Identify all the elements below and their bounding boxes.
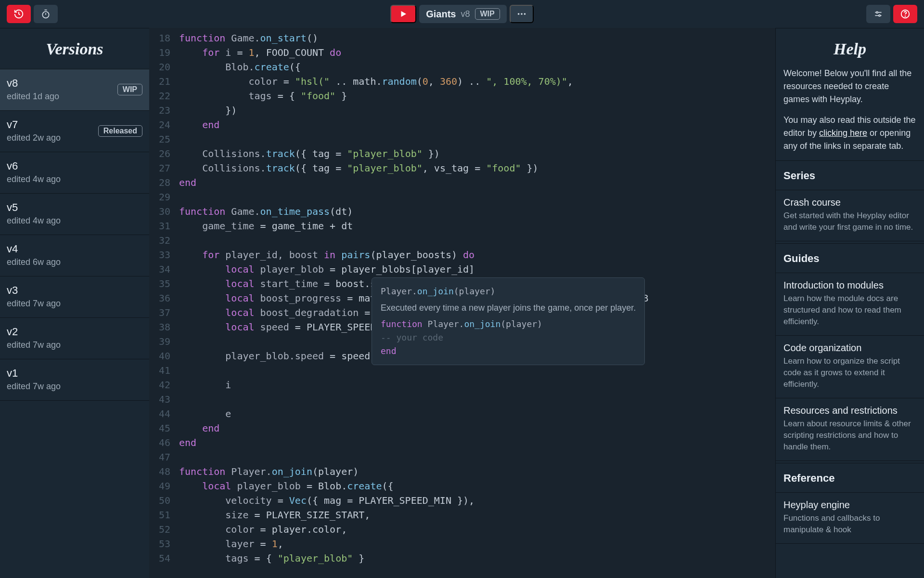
events-button[interactable] [34,5,58,23]
line-number: 34 [149,262,179,276]
code-line[interactable]: 19 for i = 1, FOOD_COUNT do [149,45,775,60]
version-meta: edited 7w ago [7,299,61,309]
svg-point-10 [879,15,880,16]
version-meta: edited 2w ago [7,133,61,143]
help-link[interactable]: Introduction to modulesLearn how the mod… [776,273,924,336]
line-number: 48 [149,464,179,479]
code-text: tags = { "player_blob" } [179,551,364,565]
code-line[interactable]: 22 tags = { "food" } [149,89,775,103]
code-line[interactable]: 26 Collisions.track({ tag = "player_blob… [149,146,775,161]
line-number: 44 [149,407,179,421]
svg-marker-3 [401,11,407,17]
code-text: velocity = Vec({ mag = PLAYER_SPEED_MIN … [179,493,475,508]
help-link[interactable]: Crash courseGet started with the Heyplay… [776,190,924,241]
code-line[interactable]: 30function Game.on_time_pass(dt) [149,204,775,219]
code-line[interactable]: 24 end [149,118,775,132]
version-item-v3[interactable]: v3edited 7w ago [0,276,149,318]
code-line[interactable]: 53 layer = 1, [149,537,775,551]
help-intro-link[interactable]: clicking here [819,128,867,138]
line-number: 21 [149,74,179,89]
code-line[interactable]: 18function Game.on_start() [149,31,775,45]
help-link[interactable]: Resources and restrictionsLearn about re… [776,398,924,461]
help-link-desc: Learn about resource limits & other scri… [783,418,916,453]
code-line[interactable]: 29 [149,190,775,204]
history-button[interactable] [7,5,31,23]
help-link-title: Introduction to modules [783,280,916,291]
code-text: function Player.on_join(player) [179,464,359,479]
code-text: color = player.color, [179,522,347,537]
code-line[interactable]: 20 Blob.create({ [149,60,775,74]
code-line[interactable]: 32 [149,233,775,248]
code-line[interactable]: 31 game_time = game_time + dt [149,219,775,233]
version-badge: WIP [117,84,142,95]
code-line[interactable]: 43 [149,392,775,407]
line-number: 27 [149,161,179,175]
version-name: v2 [7,326,61,338]
code-line[interactable]: 34 local player_blob = player_blobs[play… [149,262,775,276]
version-item-v6[interactable]: v6edited 4w ago [0,152,149,194]
code-text: Collisions.track({ tag = "player_blob" }… [179,146,440,161]
tooltip-ex-fn: on_join [464,319,500,329]
code-text: function Game.on_time_pass(dt) [179,204,353,219]
line-number: 46 [149,435,179,450]
line-number: 32 [149,233,179,248]
code-text: for i = 1, FOOD_COUNT do [179,45,341,60]
code-text: e [179,407,231,421]
code-text: end [179,118,219,132]
line-number: 51 [149,508,179,522]
tooltip-ex-prefix: Player. [423,319,464,329]
help-link[interactable]: Code organizationLearn how to organize t… [776,336,924,398]
project-version: v8 [461,9,470,19]
version-name: v7 [7,118,61,131]
code-line[interactable]: 27 Collisions.track({ tag = "player_blob… [149,161,775,175]
code-line[interactable]: 52 color = player.color, [149,522,775,537]
code-text: size = PLAYER_SIZE_START, [179,508,370,522]
svg-point-6 [524,13,526,15]
version-item-v2[interactable]: v2edited 7w ago [0,318,149,359]
code-line[interactable]: 41 [149,363,775,378]
version-item-v7[interactable]: v7edited 2w agoReleased [0,111,149,152]
code-line[interactable]: 49 local player_blob = Blob.create({ [149,479,775,493]
version-name: v1 [7,367,61,380]
code-editor[interactable]: 18function Game.on_start()19 for i = 1, … [149,28,775,578]
version-name: v3 [7,284,61,297]
line-number: 33 [149,248,179,262]
line-number: 38 [149,320,179,334]
help-link-desc: Learn how to organize the script code as… [783,355,916,390]
code-line[interactable]: 28end [149,175,775,190]
code-line[interactable]: 23 }) [149,103,775,118]
line-number: 45 [149,421,179,435]
code-line[interactable]: 48function Player.on_join(player) [149,464,775,479]
version-item-v8[interactable]: v8edited 1d agoWIP [0,69,149,111]
code-line[interactable]: 50 velocity = Vec({ mag = PLAYER_SPEED_M… [149,493,775,508]
version-name: v5 [7,201,61,214]
version-item-v4[interactable]: v4edited 6w ago [0,235,149,276]
code-line[interactable]: 44 e [149,407,775,421]
code-line[interactable]: 47 [149,450,775,464]
code-line[interactable]: 21 color = "hsl(" .. math.random(0, 360)… [149,74,775,89]
line-number: 50 [149,493,179,508]
code-line[interactable]: 46end [149,435,775,450]
project-more-button[interactable] [510,5,534,23]
code-line[interactable]: 25 [149,132,775,146]
code-line[interactable]: 42 i [149,378,775,392]
play-button[interactable] [390,5,416,23]
code-text: end [179,435,196,450]
code-line[interactable]: 51 size = PLAYER_SIZE_START, [149,508,775,522]
code-line[interactable]: 45 end [149,421,775,435]
svg-point-0 [42,12,49,18]
help-link[interactable]: Heyplay engineFunctions and callbacks to… [776,493,924,544]
help-button[interactable] [893,5,917,23]
version-item-v5[interactable]: v5edited 4w ago [0,194,149,235]
line-number: 47 [149,450,179,464]
code-text: layer = 1, [179,537,283,551]
version-meta: edited 6w ago [7,257,61,267]
settings-button[interactable] [866,5,890,23]
help-intro-1: Welcome! Below you'll find all the resou… [783,67,916,106]
version-meta: edited 4w ago [7,216,61,226]
code-line[interactable]: 33 for player_id, boost in pairs(player_… [149,248,775,262]
project-title[interactable]: Giants v8 WIP [419,5,506,23]
version-item-v1[interactable]: v1edited 7w ago [0,359,149,401]
code-line[interactable]: 54 tags = { "player_blob" } [149,551,775,565]
line-number: 29 [149,190,179,204]
